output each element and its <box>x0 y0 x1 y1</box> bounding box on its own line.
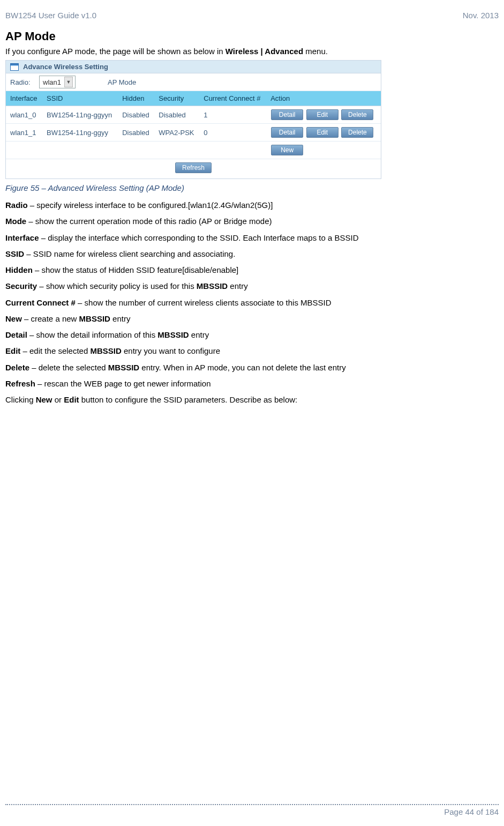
def-term: Hidden <box>5 265 33 274</box>
advanced-wireless-panel: Advance Wireless Setting Radio: wlan1 ▼ … <box>5 60 381 179</box>
cell-connect: 1 <box>199 106 266 124</box>
page-number: Page 44 of 184 <box>5 807 499 816</box>
cell-hidden: Disabled <box>118 124 154 142</box>
refresh-button[interactable]: Refresh <box>175 162 212 173</box>
panel-titlebar: Advance Wireless Setting <box>6 61 381 73</box>
def-text: entry <box>189 330 209 339</box>
def-text: entry you want to configure <box>122 346 220 355</box>
page-footer: Page 44 of 184 <box>5 804 499 816</box>
def-text: entry <box>110 314 131 323</box>
new-button[interactable]: New <box>271 145 303 155</box>
dropdown-caret-icon: ▼ <box>64 77 73 87</box>
cell-hidden: Disabled <box>118 106 154 124</box>
figure-caption: Figure 55 – Advanced Wireless Setting (A… <box>5 183 499 192</box>
def-text: – show which security policy is used for… <box>37 281 197 291</box>
def-term: Edit <box>5 346 20 355</box>
def-text: – show the current operation mode of thi… <box>26 217 272 226</box>
def-text: – delete the selected <box>29 363 108 372</box>
def-term: Interface <box>5 233 39 242</box>
cell-actions: Detail Edit Delete <box>266 106 381 124</box>
section-title: AP Mode <box>5 29 499 43</box>
table-header-row: Interface SSID Hidden Security Current C… <box>6 91 381 106</box>
mode-text: AP Mode <box>108 78 136 86</box>
table-row: wlan1_1 BW1254-11ng-ggyy Disabled WPA2-P… <box>6 124 381 142</box>
def-term: Security <box>5 281 37 291</box>
def-term-inline: MBSSID <box>108 363 139 372</box>
def-text: – edit the selected <box>20 346 90 355</box>
svg-rect-2 <box>11 65 18 66</box>
def-term: Current Connect # <box>5 298 76 307</box>
page-header: BW1254 User Guide v1.0 Nov. 2013 <box>5 11 499 20</box>
edit-button[interactable]: Edit <box>306 109 338 120</box>
radio-select[interactable]: wlan1 ▼ <box>39 76 76 88</box>
table-row: wlan1_0 BW1254-11ng-ggyyn Disabled Disab… <box>6 106 381 124</box>
delete-button[interactable]: Delete <box>341 127 373 138</box>
def-text: – display the interface which correspond… <box>39 233 359 242</box>
def-text: – create a new <box>22 314 79 323</box>
def-term: Detail <box>5 330 27 339</box>
cell-interface: wlan1_1 <box>6 124 42 142</box>
def-term: Mode <box>5 217 26 226</box>
panel-footer: Refresh <box>6 159 381 178</box>
def-term: SSID <box>5 249 24 258</box>
col-ssid: SSID <box>42 91 118 106</box>
def-text: Clicking <box>5 395 36 404</box>
footer-divider <box>5 804 499 805</box>
def-text: – show the status of Hidden SSID feature… <box>33 265 238 274</box>
cell-actions: Detail Edit Delete <box>266 124 381 142</box>
radio-label: Radio: <box>10 78 34 86</box>
panel-title: Advance Wireless Setting <box>23 63 108 71</box>
radio-select-value: wlan1 <box>43 78 61 86</box>
col-hidden: Hidden <box>118 91 154 106</box>
detail-button[interactable]: Detail <box>271 127 303 138</box>
delete-button[interactable]: Delete <box>341 109 373 120</box>
def-text: entry <box>228 281 248 291</box>
col-current-connect: Current Connect # <box>199 91 266 106</box>
def-text: – rescan the WEB page to get newer infor… <box>35 379 211 388</box>
def-term-inline: Edit <box>64 395 79 404</box>
radio-row: Radio: wlan1 ▼ AP Mode <box>6 73 381 91</box>
def-term: Radio <box>5 200 28 210</box>
cell-security: Disabled <box>154 106 199 124</box>
window-icon <box>10 63 19 71</box>
def-term-inline: MBSSID <box>157 330 189 339</box>
def-text: – show the detail information of this <box>27 330 157 339</box>
cell-connect: 0 <box>199 124 266 142</box>
def-text: – specify wireless interface to be confi… <box>28 200 273 210</box>
def-term-inline: MBSSID <box>90 346 121 355</box>
doc-title-left: BW1254 User Guide v1.0 <box>5 11 96 20</box>
def-text: button to configure the SSID parameters.… <box>79 395 298 404</box>
col-security: Security <box>154 91 199 106</box>
def-term-inline: New <box>36 395 52 404</box>
intro-text-prefix: If you configure AP mode, the page will … <box>5 47 225 56</box>
def-text: – SSID name for wireless client searchin… <box>24 249 235 258</box>
def-term: New <box>5 314 22 323</box>
table-new-row: New <box>6 142 381 159</box>
intro-bold: Wireless | Advanced <box>225 47 303 56</box>
cell-ssid: BW1254-11ng-ggyyn <box>42 106 118 124</box>
detail-button[interactable]: Detail <box>271 109 303 120</box>
def-term-inline: MBSSID <box>197 281 228 291</box>
doc-title-right: Nov. 2013 <box>463 11 499 20</box>
cell-interface: wlan1_0 <box>6 106 42 124</box>
def-term: Refresh <box>5 379 35 388</box>
col-interface: Interface <box>6 91 42 106</box>
def-term: Delete <box>5 363 29 372</box>
def-term-inline: MBSSID <box>79 314 110 323</box>
edit-button[interactable]: Edit <box>306 127 338 138</box>
def-text: – show the number of current wireless cl… <box>76 298 332 307</box>
def-text: entry. When in AP mode, you can not dele… <box>139 363 346 372</box>
cell-security: WPA2-PSK <box>154 124 199 142</box>
intro-text-suffix: menu. <box>303 47 328 56</box>
ssid-table: Interface SSID Hidden Security Current C… <box>6 91 381 159</box>
col-action: Action <box>266 91 381 106</box>
intro-paragraph: If you configure AP mode, the page will … <box>5 47 499 56</box>
cell-ssid: BW1254-11ng-ggyy <box>42 124 118 142</box>
def-text: or <box>52 395 64 404</box>
definitions: Radio – specify wireless interface to be… <box>5 200 499 405</box>
